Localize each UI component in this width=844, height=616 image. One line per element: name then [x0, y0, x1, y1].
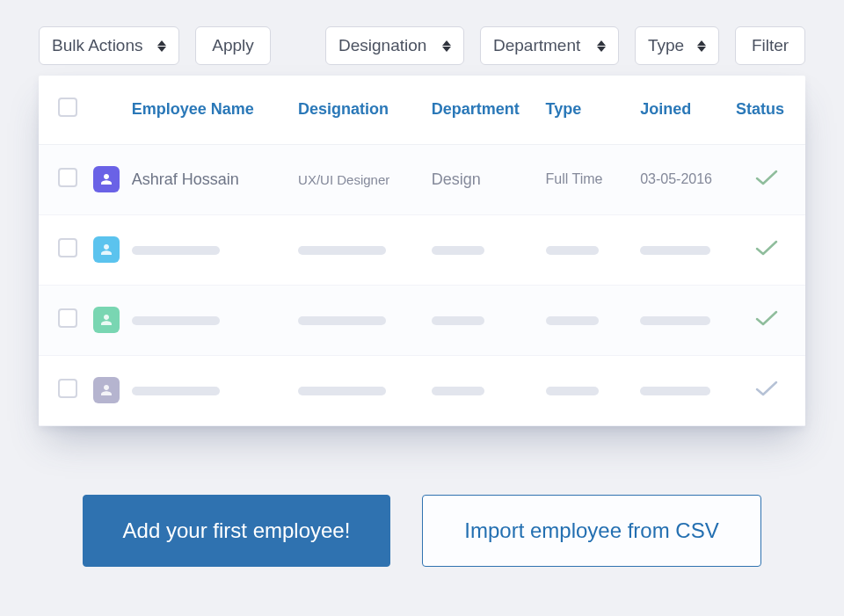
cell-designation-placeholder — [298, 285, 432, 355]
table-row[interactable] — [39, 214, 805, 285]
toolbar: Bulk Actions Apply Designation Departmen… — [39, 26, 805, 65]
table-header-row: Employee Name Designation Department Typ… — [39, 76, 805, 144]
department-label: Department — [493, 36, 580, 55]
header-name[interactable]: Employee Name — [132, 76, 298, 144]
status-active-icon — [754, 243, 779, 260]
filter-label: Filter — [752, 36, 789, 55]
employees-table: Employee Name Designation Department Typ… — [39, 76, 805, 426]
cell-type-placeholder — [546, 285, 641, 355]
avatar — [93, 377, 120, 403]
cell-department-placeholder — [432, 285, 546, 355]
cell-designation: UX/UI Designer — [298, 144, 432, 214]
person-icon — [99, 313, 113, 327]
chevron-up-down-icon — [697, 40, 706, 52]
chevron-up-down-icon — [442, 40, 451, 52]
add-employee-button[interactable]: Add your first employee! — [83, 495, 390, 567]
avatar — [93, 166, 120, 192]
chevron-up-down-icon — [157, 40, 166, 52]
header-designation[interactable]: Designation — [298, 76, 432, 144]
cell-designation-placeholder — [298, 214, 432, 285]
person-icon — [99, 243, 113, 257]
table-row[interactable]: Ashraf Hossain UX/UI Designer Design Ful… — [39, 144, 805, 214]
row-checkbox[interactable] — [58, 308, 77, 328]
cta-row: Add your first employee! Import employee… — [39, 495, 805, 567]
employees-table-card: Employee Name Designation Department Typ… — [39, 76, 805, 426]
bulk-actions-label: Bulk Actions — [52, 36, 143, 55]
cell-name-placeholder — [132, 214, 298, 285]
cell-joined-placeholder — [640, 285, 735, 355]
person-icon — [99, 172, 113, 186]
avatar — [93, 307, 120, 333]
status-inactive-icon — [754, 384, 779, 401]
apply-label: Apply — [212, 36, 254, 55]
type-select[interactable]: Type — [635, 26, 719, 65]
type-label: Type — [648, 36, 684, 55]
cell-name-placeholder — [132, 355, 298, 425]
table-row[interactable] — [39, 285, 805, 355]
cell-joined-placeholder — [640, 355, 735, 425]
cell-designation-placeholder — [298, 355, 432, 425]
header-status[interactable]: Status — [735, 76, 805, 144]
cell-type-placeholder — [546, 214, 641, 285]
row-checkbox[interactable] — [58, 379, 77, 398]
filter-button[interactable]: Filter — [735, 26, 805, 65]
cell-name: Ashraf Hossain — [132, 144, 298, 214]
table-row[interactable] — [39, 355, 805, 425]
employees-screen: Bulk Actions Apply Designation Departmen… — [0, 0, 844, 616]
department-select[interactable]: Department — [480, 26, 619, 65]
bulk-actions-select[interactable]: Bulk Actions — [39, 26, 179, 65]
apply-button[interactable]: Apply — [195, 26, 271, 65]
cell-department: Design — [432, 144, 546, 214]
cell-type-placeholder — [546, 355, 641, 425]
header-joined[interactable]: Joined — [640, 76, 735, 144]
avatar — [93, 236, 120, 263]
cell-joined: 03-05-2016 — [640, 144, 735, 214]
chevron-up-down-icon — [597, 40, 606, 52]
row-checkbox[interactable] — [58, 238, 77, 257]
header-select-all — [39, 76, 93, 144]
designation-label: Designation — [338, 36, 426, 55]
add-employee-label: Add your first employee! — [123, 518, 351, 543]
person-icon — [99, 383, 113, 397]
status-active-icon — [754, 314, 779, 330]
cell-joined-placeholder — [640, 214, 735, 285]
import-csv-button[interactable]: Import employee from CSV — [422, 495, 761, 567]
import-csv-label: Import employee from CSV — [464, 518, 718, 543]
designation-select[interactable]: Designation — [325, 26, 464, 65]
cell-name-placeholder — [132, 285, 298, 355]
cell-department-placeholder — [432, 214, 546, 285]
cell-type: Full Time — [546, 144, 641, 214]
header-type[interactable]: Type — [546, 76, 641, 144]
select-all-checkbox[interactable] — [58, 98, 77, 117]
header-department[interactable]: Department — [432, 76, 546, 144]
cell-department-placeholder — [432, 355, 546, 425]
row-checkbox[interactable] — [58, 168, 77, 187]
status-active-icon — [754, 173, 779, 190]
